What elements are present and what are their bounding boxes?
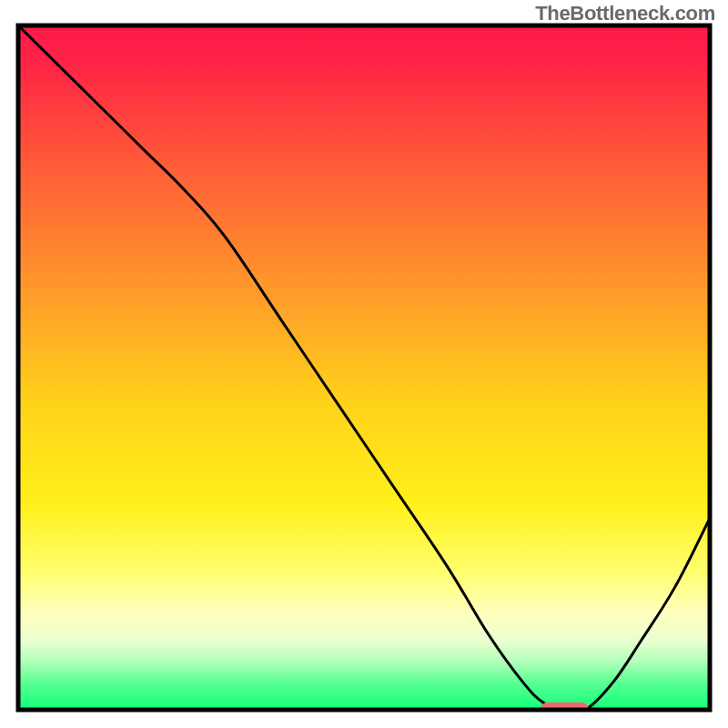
chart-container: TheBottleneck.com [0, 0, 728, 728]
bottleneck-chart [0, 0, 728, 728]
